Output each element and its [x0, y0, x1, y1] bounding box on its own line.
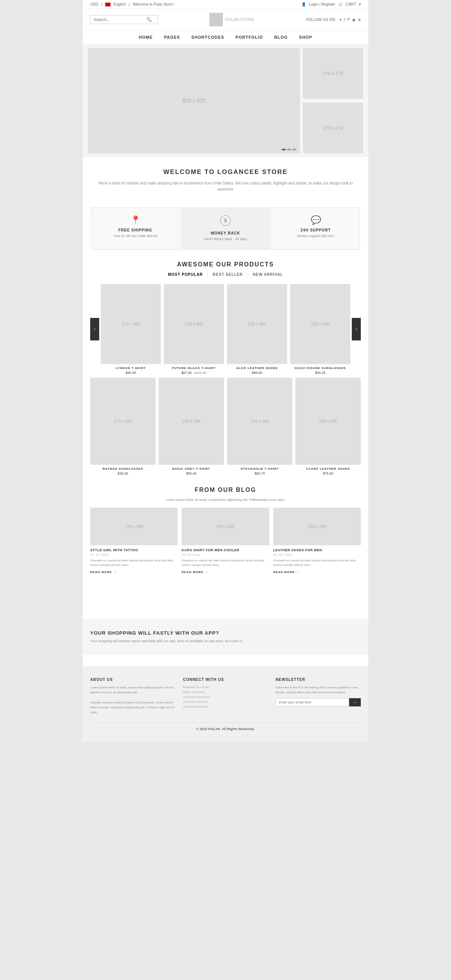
products-grid-row2: 270 x 360 RAYBAN SUNGLASSES $36.50 270 x…	[90, 378, 361, 475]
footer-link-4[interactable]: pinterest.com/polar	[183, 700, 268, 703]
footer-about-text1: Lorem ipsum dolor sit amet, consectetur …	[90, 686, 175, 695]
product-image-6[interactable]: 270 x 360	[159, 378, 224, 465]
footer-connect-title: CONNECT WITH US	[183, 678, 268, 682]
product-price-2: $67.05 $102.80	[164, 371, 224, 375]
nav-pages[interactable]: PAGES	[164, 35, 180, 40]
product-price-7: $65.70	[227, 472, 292, 475]
flag-icon	[105, 3, 110, 6]
product-image-4[interactable]: 270 x 360	[290, 284, 350, 364]
welcome-text: Welcome to Polar Store !	[133, 2, 174, 6]
product-image-2[interactable]: 270 x 360	[164, 284, 224, 364]
app-desc: Your shopping will become easier and fas…	[90, 639, 361, 644]
read-more-1[interactable]: READ MORE →	[90, 570, 178, 574]
newsletter-form: →	[276, 698, 361, 706]
pinterest-icon[interactable]: P	[347, 18, 350, 22]
product-image-3[interactable]: 270 x 360	[227, 284, 287, 364]
product-name-3: ALDO LEATHER SHOES	[227, 366, 287, 370]
blog-image-2[interactable]: 370 x 265	[182, 508, 269, 545]
blog-title: FROM OUR BLOG	[90, 487, 361, 493]
app-title: YOUR SHOPPING WILL FASTLY WITH OUR APP?	[90, 630, 361, 636]
blog-post-3: 370 x 265 LEATHER SHOES FOR MEN 22 / 10 …	[273, 508, 361, 574]
product-card-1: 270 x 360 LYNDON T-SHIRT $45.05	[101, 284, 161, 375]
nav-blog[interactable]: BLOG	[274, 35, 288, 40]
blog-subtitle: Lorem ipsum dolor sit amet, consectetur …	[90, 498, 361, 502]
blog-post-text-1: Praesent eu massa vel diam laoreet eleme…	[90, 558, 178, 567]
product-price-6: $55.44	[159, 472, 224, 475]
tab-best-seller[interactable]: BEST SELLER	[213, 272, 243, 277]
footer-link-2[interactable]: twitter.com/polar	[183, 690, 268, 694]
newsletter-input[interactable]	[276, 698, 349, 706]
user-icon: 👤	[301, 2, 306, 6]
feature-support: 💬 24H SUPPORT Service support fast 24/7	[271, 207, 360, 250]
search-input[interactable]	[94, 17, 146, 22]
nav-portfolio[interactable]: PORTFOLIO	[236, 35, 263, 40]
hero-side-1[interactable]: 270 x 270	[303, 48, 363, 99]
instagram-icon[interactable]: ◉	[352, 18, 355, 22]
search-icon[interactable]: 🔍	[146, 17, 152, 22]
footer-about-title: ABOUT US	[90, 678, 175, 682]
blog-image-1[interactable]: 370 x 265	[90, 508, 178, 545]
nav-shop[interactable]: SHOP	[299, 35, 312, 40]
hero-section: 870 x 570 270 x 270 270 x 270	[83, 45, 368, 157]
dot-1[interactable]	[282, 149, 285, 150]
hero-side: 270 x 270 270 x 270	[303, 48, 363, 153]
read-more-3[interactable]: READ MORE →	[273, 570, 361, 574]
twitter-icon[interactable]: ✦	[339, 18, 342, 22]
product-image-8[interactable]: 270 x 360	[295, 378, 361, 465]
blog-post-title-2: KARO SHIRT FOR MEN COOLER	[182, 548, 269, 552]
read-more-2[interactable]: READ MORE →	[182, 570, 269, 574]
spacer	[83, 585, 368, 608]
footer-link-1[interactable]: facebook.com/polar	[183, 686, 268, 689]
facebook-icon[interactable]: f	[344, 18, 346, 22]
footer-link-5[interactable]: youtube.com/polar	[183, 705, 268, 708]
blog-image-3[interactable]: 370 x 265	[273, 508, 361, 545]
product-image-1[interactable]: 270 x 360	[101, 284, 161, 364]
blog-post-title-1: STYLE GIRL WITH TATTOO	[90, 548, 178, 552]
product-image-5[interactable]: 270 x 360	[90, 378, 156, 465]
nav-shortcodes[interactable]: SHORTCODES	[191, 35, 225, 40]
cart-link[interactable]: CART	[346, 2, 356, 6]
language-selector[interactable]: English	[113, 2, 126, 6]
separator: |	[101, 2, 102, 6]
dot-3[interactable]	[292, 149, 296, 150]
footer-newsletter-title: NEWSLETTER	[276, 678, 361, 682]
blog-section: FROM OUR BLOG Lorem ipsum dolor sit amet…	[83, 487, 368, 574]
hero-side-2[interactable]: 270 x 270	[303, 103, 363, 153]
nav-home[interactable]: HOME	[139, 35, 153, 40]
tab-new-arrival[interactable]: NEW ARRIVAL	[253, 272, 283, 277]
product-card-6: 270 x 360 BASIC GREY T-SHIRT $55.44	[159, 378, 224, 475]
product-name-7: STOCKHOLM T-SHIRT	[227, 467, 292, 471]
footer-newsletter-desc: Subscribe to the POLAR mailing list to r…	[276, 686, 361, 695]
blog-post-date-3: 22 / 10 / 2015	[273, 553, 361, 557]
support-icon: 💬	[276, 215, 356, 225]
product-name-2: FUTURE BLACK T-SHIRT	[164, 366, 224, 370]
carousel-next-btn[interactable]: ›	[352, 318, 361, 340]
shipping-desc: Free for all over order $99.00	[95, 234, 175, 239]
products-grid-row1: 270 x 360 LYNDON T-SHIRT $45.05 270 x 36…	[101, 284, 350, 375]
footer: ABOUT US Lorem ipsum dolor sit amet, con…	[83, 666, 368, 742]
footer-about: ABOUT US Lorem ipsum dolor sit amet, con…	[90, 678, 175, 715]
carousel-prev-btn[interactable]: ‹	[90, 318, 99, 340]
product-name-1: LYNDON T-SHIRT	[101, 366, 161, 370]
moneyback-desc: 100% Money Back - 30 days	[185, 237, 266, 242]
product-price-1: $45.05	[101, 371, 161, 375]
cart-chevron: ▾	[359, 2, 361, 6]
tab-most-popular[interactable]: MOST POPULAR	[168, 272, 203, 277]
product-card-3: 270 x 360 ALDO LEATHER SHOES $99.00	[227, 284, 287, 375]
currency-selector[interactable]: USD	[90, 2, 98, 6]
newsletter-submit-btn[interactable]: →	[349, 698, 361, 706]
support-desc: Service support fast 24/7	[276, 234, 356, 239]
dot-2[interactable]	[287, 149, 291, 150]
hero-main-banner[interactable]: 870 x 570	[88, 48, 300, 153]
hero-side1-size: 270 x 270	[323, 71, 343, 76]
rss-icon[interactable]: ⊛	[358, 18, 361, 22]
product-name-5: RAYBAN SUNGLASSES	[90, 467, 156, 471]
footer-link-3[interactable]: instagram.com/polar	[183, 695, 268, 698]
welcome-title: WELCOME TO LOGANCEE STORE	[90, 169, 361, 176]
product-name-6: BASIC GREY T-SHIRT	[159, 467, 224, 471]
search-bar[interactable]: 🔍	[90, 15, 158, 24]
login-register-link[interactable]: Login / Register	[309, 2, 335, 6]
footer-bottom: © 2015 POLAR. All Rights Reserved.	[90, 722, 361, 731]
product-image-7[interactable]: 270 x 360	[227, 378, 292, 465]
follow-label: FOLLOW US ON:	[306, 18, 336, 22]
